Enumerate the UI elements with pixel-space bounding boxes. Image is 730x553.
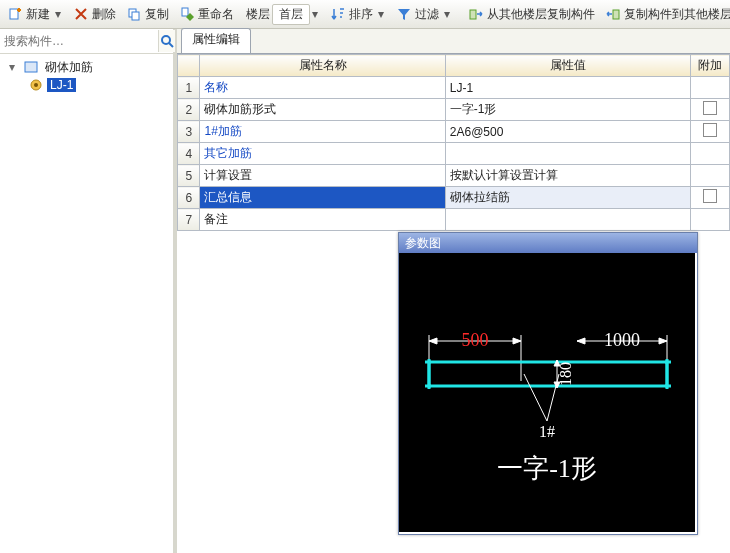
row-header[interactable]: 5 [178, 165, 200, 187]
row-header[interactable]: 6 [178, 187, 200, 209]
row-header[interactable]: 4 [178, 143, 200, 165]
new-icon [7, 6, 23, 22]
filter-button[interactable]: 过滤 ▾ [392, 4, 456, 25]
svg-point-6 [162, 36, 170, 44]
chevron-down-icon[interactable]: ▾ [53, 6, 63, 22]
svg-rect-5 [613, 10, 619, 19]
checkbox[interactable] [703, 189, 717, 203]
copy-from-button[interactable]: 从其他楼层复制构件 [464, 4, 599, 25]
svg-line-25 [524, 374, 547, 421]
svg-line-26 [547, 374, 559, 421]
prop-name[interactable]: 名称 [200, 77, 445, 99]
tab-properties[interactable]: 属性编辑 [181, 28, 251, 53]
prop-value[interactable] [445, 209, 690, 231]
svg-rect-4 [470, 10, 476, 19]
search-input[interactable] [0, 32, 158, 50]
chevron-down-icon[interactable]: ▾ [312, 6, 318, 22]
prop-ext[interactable] [691, 99, 730, 121]
prop-name[interactable]: 砌体加筋形式 [200, 99, 445, 121]
prop-name[interactable]: 计算设置 [200, 165, 445, 187]
svg-rect-2 [132, 12, 139, 20]
delete-icon [73, 6, 89, 22]
tree-root[interactable]: ▾ 砌体加筋 [2, 58, 171, 76]
grid-header: 属性名称 属性值 附加 [178, 55, 730, 77]
prop-name[interactable]: 备注 [200, 209, 445, 231]
prop-ext[interactable] [691, 143, 730, 165]
col-ext[interactable]: 附加 [691, 55, 730, 77]
copy-to-icon [605, 6, 621, 22]
filter-icon [396, 6, 412, 22]
floor-label: 楼层 [246, 6, 270, 23]
svg-rect-0 [10, 9, 18, 19]
floor-select[interactable]: 首层 [272, 4, 310, 25]
item-icon [28, 77, 44, 93]
param-title[interactable]: 参数图 [399, 233, 697, 253]
copy-from-icon [468, 6, 484, 22]
table-row[interactable]: 5计算设置按默认计算设置计算 [178, 165, 730, 187]
prop-ext[interactable] [691, 209, 730, 231]
prop-ext[interactable] [691, 187, 730, 209]
property-grid: 属性名称 属性值 附加 1名称LJ-12砌体加筋形式一字-1形31#加筋2A6@… [177, 54, 730, 231]
copy-to-button[interactable]: 复制构件到其他楼层 [601, 4, 730, 25]
svg-marker-13 [429, 338, 437, 344]
row-header[interactable]: 3 [178, 121, 200, 143]
prop-value[interactable]: LJ-1 [445, 77, 690, 99]
prop-name[interactable]: 其它加筋 [200, 143, 445, 165]
table-row[interactable]: 1名称LJ-1 [178, 77, 730, 99]
prop-ext[interactable] [691, 165, 730, 187]
sidebar: ▾ 砌体加筋 LJ-1 [0, 29, 176, 553]
row-header[interactable]: 1 [178, 77, 200, 99]
delete-button[interactable]: 删除 [69, 4, 120, 25]
tab-bar: 属性编辑 [177, 29, 730, 54]
svg-text:1000: 1000 [604, 330, 640, 350]
prop-value[interactable] [445, 143, 690, 165]
param-window[interactable]: 参数图 500 1000 [398, 232, 698, 535]
copy-button[interactable]: 复制 [122, 4, 173, 25]
col-name[interactable]: 属性名称 [200, 55, 445, 77]
row-header[interactable]: 7 [178, 209, 200, 231]
sort-icon [330, 6, 346, 22]
svg-text:1#: 1# [539, 423, 555, 440]
copy-icon [126, 6, 142, 22]
checkbox[interactable] [703, 101, 717, 115]
prop-value[interactable]: 一字-1形 [445, 99, 690, 121]
search-icon [159, 33, 175, 49]
prop-value[interactable]: 按默认计算设置计算 [445, 165, 690, 187]
prop-ext[interactable] [691, 121, 730, 143]
component-tree: ▾ 砌体加筋 LJ-1 [0, 54, 173, 98]
tree-item-label: LJ-1 [47, 78, 76, 92]
chevron-down-icon[interactable]: ▾ [376, 6, 386, 22]
folder-icon [23, 59, 39, 75]
checkbox[interactable] [703, 123, 717, 137]
table-row[interactable]: 2砌体加筋形式一字-1形 [178, 99, 730, 121]
prop-name[interactable]: 汇总信息 [200, 187, 445, 209]
svg-text:500: 500 [462, 330, 489, 350]
search-bar [0, 29, 173, 54]
prop-ext[interactable] [691, 77, 730, 99]
col-value[interactable]: 属性值 [445, 55, 690, 77]
svg-marker-14 [513, 338, 521, 344]
search-button[interactable] [158, 30, 176, 52]
chevron-down-icon[interactable]: ▾ [442, 6, 452, 22]
prop-name[interactable]: 1#加筋 [200, 121, 445, 143]
new-button[interactable]: 新建 ▾ [3, 4, 67, 25]
svg-text:180: 180 [557, 362, 574, 386]
toolbar: 新建 ▾ 删除 复制 重命名 楼层 首层 ▾ 排序 ▾ 过滤 ▾ [0, 0, 730, 29]
prop-value[interactable]: 2A6@500 [445, 121, 690, 143]
corner-cell [178, 55, 200, 77]
sort-button[interactable]: 排序 ▾ [326, 4, 390, 25]
rename-icon [179, 6, 195, 22]
svg-text:一字-1形: 一字-1形 [497, 454, 597, 483]
param-diagram: 500 1000 [399, 253, 695, 532]
tree-item[interactable]: LJ-1 [2, 76, 171, 94]
svg-marker-18 [577, 338, 585, 344]
table-row[interactable]: 7备注 [178, 209, 730, 231]
prop-value[interactable]: 砌体拉结筋 [445, 187, 690, 209]
collapse-icon[interactable]: ▾ [4, 60, 20, 74]
svg-rect-3 [182, 8, 188, 16]
table-row[interactable]: 31#加筋2A6@500 [178, 121, 730, 143]
row-header[interactable]: 2 [178, 99, 200, 121]
table-row[interactable]: 4其它加筋 [178, 143, 730, 165]
table-row[interactable]: 6汇总信息砌体拉结筋 [178, 187, 730, 209]
rename-button[interactable]: 重命名 [175, 4, 238, 25]
